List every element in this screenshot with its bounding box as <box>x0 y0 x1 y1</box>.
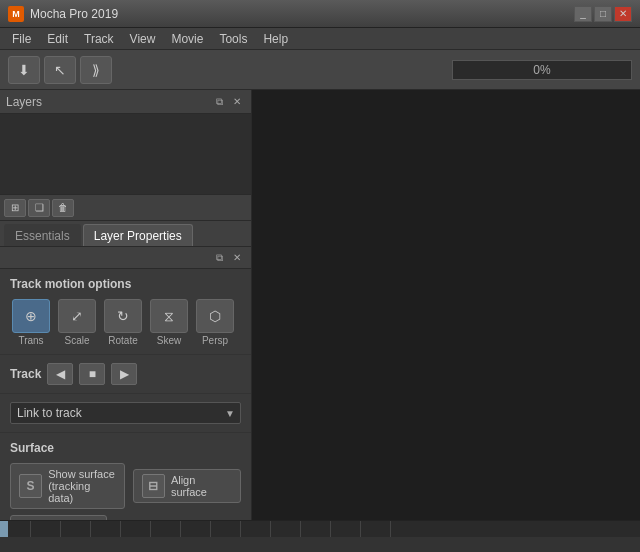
close-props-button[interactable]: ✕ <box>229 250 245 266</box>
track-controls: Track ◀ ■ ▶ <box>10 363 241 385</box>
skew-icon: ⧖ <box>150 299 188 333</box>
motion-btn-rotate[interactable]: ↻ Rotate <box>102 299 144 346</box>
show-grid-button[interactable]: ⊞ Show grid <box>10 515 107 520</box>
track-back-button[interactable]: ◀ <box>47 363 73 385</box>
track-stop-button[interactable]: ■ <box>79 363 105 385</box>
float-layers-button[interactable]: ⧉ <box>211 94 227 110</box>
tabs-bar: Essentials Layer Properties <box>0 221 251 247</box>
align-surface-label: Align surface <box>171 474 232 498</box>
menu-file[interactable]: File <box>4 30 39 48</box>
timeline-track[interactable] <box>0 521 640 537</box>
surface-row-2: ⊞ Show grid <box>10 515 241 520</box>
motion-btn-persp[interactable]: ⬡ Persp <box>194 299 236 346</box>
progress-area: 0% <box>116 60 632 80</box>
layers-title: Layers <box>6 95 209 109</box>
viewport <box>252 90 640 520</box>
surface-title: Surface <box>10 441 241 455</box>
duplicate-layer-button[interactable]: ❑ <box>28 199 50 217</box>
menu-movie[interactable]: Movie <box>163 30 211 48</box>
surface-row-1: S Show surface (tracking data) ⊟ Align s… <box>10 463 241 509</box>
select-tool[interactable]: ↖ <box>44 56 76 84</box>
delete-layer-button[interactable]: 🗑 <box>52 199 74 217</box>
link-track-wrapper: Link to track ▼ <box>10 402 241 424</box>
add-layer-button[interactable]: ⊞ <box>4 199 26 217</box>
motion-btn-trans[interactable]: ⊕ Trans <box>10 299 52 346</box>
menu-bar: File Edit Track View Movie Tools Help <box>0 28 640 50</box>
link-to-track-section: Link to track ▼ <box>0 394 251 433</box>
toolbar: ⬇ ↖ ⟫ 0% <box>0 50 640 90</box>
import-button[interactable]: ⬇ <box>8 56 40 84</box>
props-panel-header: ⧉ ✕ <box>0 247 251 269</box>
layers-section: Layers ⧉ ✕ ⊞ ❑ 🗑 <box>0 90 251 221</box>
show-surface-icon: S <box>19 474 42 498</box>
tab-essentials[interactable]: Essentials <box>4 224 81 246</box>
float-props-button[interactable]: ⧉ <box>211 250 227 266</box>
close-layers-button[interactable]: ✕ <box>229 94 245 110</box>
menu-view[interactable]: View <box>122 30 164 48</box>
track-tool[interactable]: ⟫ <box>80 56 112 84</box>
motion-btn-scale[interactable]: ⤢ Scale <box>56 299 98 346</box>
track-forward-button[interactable]: ▶ <box>111 363 137 385</box>
align-surface-icon: ⊟ <box>142 474 165 498</box>
motion-options-grid: ⊕ Trans ⤢ Scale ↻ Rotate ⧖ Skew <box>10 299 241 346</box>
menu-track[interactable]: Track <box>76 30 122 48</box>
track-motion-section: Track motion options ⊕ Trans ⤢ Scale ↻ R… <box>0 269 251 355</box>
trans-icon: ⊕ <box>12 299 50 333</box>
show-surface-button[interactable]: S Show surface (tracking data) <box>10 463 125 509</box>
align-surface-button[interactable]: ⊟ Align surface <box>133 469 241 503</box>
timeline <box>0 520 640 552</box>
layers-header: Layers ⧉ ✕ <box>0 90 251 114</box>
link-to-track-dropdown[interactable]: Link to track <box>10 402 241 424</box>
persp-icon: ⬡ <box>196 299 234 333</box>
rotate-icon: ↻ <box>104 299 142 333</box>
progress-display: 0% <box>452 60 632 80</box>
maximize-button[interactable]: □ <box>594 6 612 22</box>
left-panel: Layers ⧉ ✕ ⊞ ❑ 🗑 Essentials Layer Proper… <box>0 90 252 520</box>
menu-help[interactable]: Help <box>255 30 296 48</box>
canvas-area <box>252 90 640 520</box>
tab-layer-properties[interactable]: Layer Properties <box>83 224 193 246</box>
show-surface-label: Show surface (tracking data) <box>48 468 116 504</box>
surface-section: Surface S Show surface (tracking data) ⊟… <box>0 433 251 520</box>
app-icon: M <box>8 6 24 22</box>
layers-toolbar: ⊞ ❑ 🗑 <box>0 194 251 220</box>
props-panel: Track motion options ⊕ Trans ⤢ Scale ↻ R… <box>0 269 251 520</box>
main-layout: Layers ⧉ ✕ ⊞ ❑ 🗑 Essentials Layer Proper… <box>0 90 640 520</box>
close-button[interactable]: ✕ <box>614 6 632 22</box>
layers-content <box>0 114 251 194</box>
minimize-button[interactable]: _ <box>574 6 592 22</box>
scale-icon: ⤢ <box>58 299 96 333</box>
motion-btn-skew[interactable]: ⧖ Skew <box>148 299 190 346</box>
track-section: Track ◀ ■ ▶ <box>0 355 251 394</box>
menu-edit[interactable]: Edit <box>39 30 76 48</box>
window-title: Mocha Pro 2019 <box>30 7 572 21</box>
menu-tools[interactable]: Tools <box>211 30 255 48</box>
timeline-thumb[interactable] <box>0 521 8 537</box>
title-bar: M Mocha Pro 2019 _ □ ✕ <box>0 0 640 28</box>
track-motion-title: Track motion options <box>10 277 241 291</box>
